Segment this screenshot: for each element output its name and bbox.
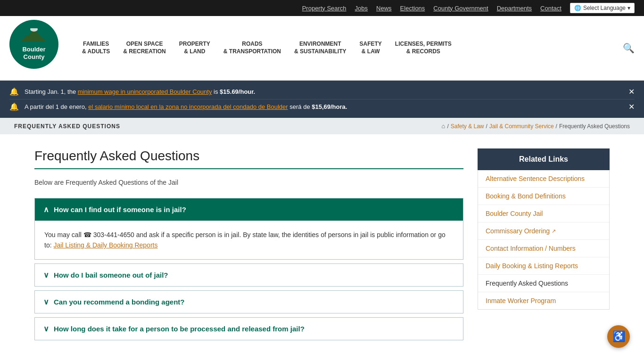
- accordion-toggle-3: ∨: [43, 297, 49, 306]
- mountain-icon: [17, 28, 50, 45]
- accessibility-icon: ♿: [612, 330, 625, 343]
- topnav-property-search[interactable]: Property Search: [302, 5, 347, 12]
- notifications-bar: 🔔 Starting Jan. 1, the minimum wage in u…: [0, 81, 644, 118]
- breadcrumb-jail-community[interactable]: Jail & Community Service: [489, 123, 554, 130]
- accordion-question-4: How long does it take for a person to be…: [54, 325, 305, 333]
- language-selector[interactable]: 🌐 Select Language ▾: [570, 3, 635, 13]
- accordion-question-1: How can I find out if someone is in jail…: [54, 206, 186, 214]
- topnav-departments[interactable]: Departments: [497, 5, 532, 12]
- nav-licenses[interactable]: LICENSES, PERMITS& RECORDS: [388, 37, 458, 59]
- globe-icon: 🌐: [574, 5, 581, 11]
- topnav-news[interactable]: News: [376, 5, 392, 12]
- top-nav: Property Search Jobs News Elections Coun…: [0, 0, 644, 16]
- notification-2: 🔔 A partir del 1 de enero, el salario mí…: [9, 99, 635, 114]
- accordion-body-1: You may call ☎ 303-441-4650 and ask if a…: [35, 221, 463, 259]
- sidebar-link-daily-booking[interactable]: Daily Booking & Listing Reports: [478, 257, 609, 275]
- accordion-item-1: ∧ How can I find out if someone is in ja…: [34, 198, 463, 260]
- accordion-question-2: How do I bail someone out of jail?: [54, 271, 168, 279]
- accessibility-button[interactable]: ♿: [607, 325, 630, 348]
- topnav-county-government[interactable]: County Government: [433, 5, 488, 12]
- search-icon: 🔍: [623, 43, 635, 53]
- notification-2-link[interactable]: el salario mínimo local en la zona no in…: [88, 103, 288, 110]
- nav-families-adults[interactable]: FAMILIES& ADULTS: [75, 37, 116, 59]
- sidebar-link-commissary[interactable]: Commissary Ordering ↗: [478, 222, 609, 240]
- notification-1: 🔔 Starting Jan. 1, the minimum wage in u…: [9, 84, 635, 99]
- logo-text: BoulderCounty: [22, 46, 45, 60]
- accordion-header-1[interactable]: ∧ How can I find out if someone is in ja…: [35, 198, 463, 221]
- page-description: Below are Frequently Asked Questions of …: [34, 179, 463, 186]
- nav-open-space[interactable]: OPEN SPACE& RECREATION: [116, 37, 172, 59]
- accordion-item-2: ∨ How do I bail someone out of jail?: [34, 263, 463, 287]
- sidebar-link-faq: Frequently Asked Questions: [478, 275, 609, 292]
- breadcrumb-separator-2: /: [556, 123, 557, 130]
- sidebar-links: Alternative Sentence Descriptions Bookin…: [478, 170, 610, 310]
- search-button[interactable]: 🔍: [623, 42, 635, 54]
- topnav-jobs[interactable]: Jobs: [355, 5, 368, 12]
- accordion-toggle-1: ∧: [43, 205, 49, 214]
- notification-1-text: Starting Jan. 1, the minimum wage in uni…: [25, 88, 255, 95]
- notification-2-text: A partir del 1 de enero, el salario míni…: [25, 103, 347, 110]
- title-divider: [34, 168, 463, 169]
- nav-property-land[interactable]: PROPERTY& LAND: [173, 37, 217, 59]
- svg-rect-3: [17, 41, 50, 45]
- accordion-item-3: ∨ Can you recommend a bonding agent?: [34, 290, 463, 313]
- sidebar-link-alternative-sentence[interactable]: Alternative Sentence Descriptions: [478, 170, 609, 188]
- accordion-header-3[interactable]: ∨ Can you recommend a bonding agent?: [35, 291, 463, 313]
- main-content: Frequently Asked Questions Below are Fre…: [20, 134, 624, 362]
- site-logo[interactable]: BoulderCounty: [9, 20, 66, 76]
- sidebar-link-boulder-county-jail[interactable]: Boulder County Jail: [478, 205, 609, 222]
- content-area: Frequently Asked Questions Below are Fre…: [34, 148, 463, 344]
- bell-icon-2: 🔔: [9, 102, 19, 111]
- notification-1-link[interactable]: minimum wage in unincorporated Boulder C…: [78, 88, 212, 95]
- breadcrumb-separator-1: /: [486, 123, 487, 130]
- accordion-header-2[interactable]: ∨ How do I bail someone out of jail?: [35, 264, 463, 286]
- breadcrumb-bar: FREQUENTLY ASKED QUESTIONS ⌂ / Safety & …: [0, 118, 644, 134]
- nav-environment[interactable]: ENVIRONMENT& SUSTAINABILITY: [288, 37, 353, 59]
- accordion-question-3: Can you recommend a bonding agent?: [54, 298, 185, 306]
- topnav-elections[interactable]: Elections: [400, 5, 425, 12]
- sidebar-link-inmate-worker[interactable]: Inmate Worker Program: [478, 292, 609, 309]
- accordion-header-4[interactable]: ∨ How long does it take for a person to …: [35, 318, 463, 340]
- accordion-toggle-2: ∨: [43, 271, 49, 280]
- chevron-down-icon: ▾: [627, 5, 630, 11]
- accordion-toggle-4: ∨: [43, 324, 49, 333]
- topnav-contact[interactable]: Contact: [540, 5, 561, 12]
- nav-roads-transportation[interactable]: ROADS& TRANSPORTATION: [217, 37, 288, 59]
- notification-2-close[interactable]: ✕: [628, 102, 635, 111]
- language-label: Select Language: [583, 5, 626, 11]
- bell-icon-1: 🔔: [9, 87, 19, 96]
- home-icon[interactable]: ⌂: [442, 123, 446, 130]
- nav-safety-law[interactable]: SAFETY& LAW: [353, 37, 388, 59]
- sidebar: Related Links Alternative Sentence Descr…: [478, 148, 610, 344]
- notification-1-close[interactable]: ✕: [628, 87, 635, 96]
- svg-point-4: [30, 28, 38, 32]
- page-title: Frequently Asked Questions: [34, 148, 463, 164]
- breadcrumb-safety-law[interactable]: Safety & Law: [451, 123, 484, 130]
- sidebar-link-contact-info[interactable]: Contact Information / Numbers: [478, 240, 609, 257]
- main-nav: FAMILIES& ADULTS OPEN SPACE& RECREATION …: [75, 37, 635, 59]
- jail-listing-link[interactable]: Jail Listing & Daily Booking Reports: [53, 241, 157, 249]
- section-title: FREQUENTLY ASKED QUESTIONS: [14, 123, 120, 130]
- site-header: BoulderCounty FAMILIES& ADULTS OPEN SPAC…: [0, 16, 644, 81]
- sidebar-link-booking-bond[interactable]: Booking & Bond Definitions: [478, 188, 609, 205]
- breadcrumb-current: Frequently Asked Questions: [559, 123, 630, 130]
- breadcrumb: ⌂ / Safety & Law / Jail & Community Serv…: [442, 123, 630, 130]
- sidebar-header: Related Links: [478, 148, 610, 170]
- accordion-item-4: ∨ How long does it take for a person to …: [34, 317, 463, 340]
- breadcrumb-separator-0: /: [447, 123, 448, 130]
- external-icon-commissary: ↗: [552, 228, 556, 234]
